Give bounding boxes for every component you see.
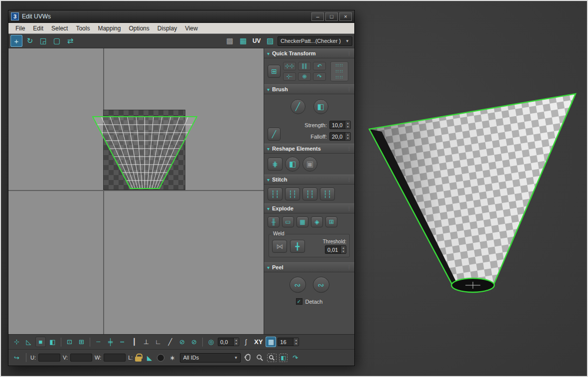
weld-selected-button[interactable]: ⋈: [272, 240, 287, 253]
rotate-angle-spinner[interactable]: 0,0 ▴ ▾: [218, 338, 239, 346]
falloff-value[interactable]: 20,0: [330, 134, 345, 140]
rotate-pivot-icon[interactable]: ◎: [206, 337, 216, 347]
uv-canvas[interactable]: [8, 48, 264, 334]
edge-grow-button[interactable]: ┉: [117, 337, 128, 347]
uv-shape[interactable]: [8, 48, 264, 334]
target-weld-button[interactable]: ╋: [290, 240, 305, 253]
spin-down-icon[interactable]: ▾: [345, 125, 350, 129]
align-bar-button[interactable]: ┃: [129, 337, 140, 347]
flatten-by-group-button[interactable]: ▦: [296, 216, 308, 227]
strength-value[interactable]: 10,0: [330, 122, 345, 128]
w-input[interactable]: [104, 354, 126, 362]
id-filter-dropdown[interactable]: All IDs ▼: [180, 353, 241, 363]
threshold-value[interactable]: 0,01: [325, 247, 340, 253]
detach-edge-verts-button[interactable]: ▭: [282, 216, 294, 227]
relax-until-flat-button[interactable]: ◧: [285, 157, 300, 172]
spin-down-icon[interactable]: ▾: [294, 342, 298, 346]
zoom-to-selection-icon[interactable]: ◧: [279, 354, 287, 362]
align-corner-button[interactable]: ∟: [153, 337, 163, 347]
straighten-selection-button[interactable]: ⋕: [268, 158, 283, 171]
v-input[interactable]: [70, 354, 92, 362]
maximize-button[interactable]: □: [325, 12, 338, 21]
soft-selection-icon[interactable]: ⊹: [11, 337, 22, 347]
center-pivot-button[interactable]: ⊕: [298, 72, 311, 81]
grid-size-value[interactable]: 16: [278, 339, 293, 345]
brush-falloff-button[interactable]: ╱: [268, 128, 281, 141]
align-horizontal-button[interactable]: ⊹⊹: [283, 62, 296, 70]
space-vertical-button[interactable]: ∥∥: [298, 62, 311, 70]
freeze-snowflake-icon[interactable]: ∗: [167, 353, 177, 363]
snap-pixel-button[interactable]: ⊞: [76, 337, 87, 347]
spinner-arrows[interactable]: ▴ ▾: [340, 246, 346, 253]
spin-down-icon[interactable]: ▾: [234, 342, 239, 346]
edge-loop-button[interactable]: ┄: [93, 337, 104, 347]
show-grid-button[interactable]: ▩: [224, 35, 236, 47]
align-vertical-button[interactable]: ⊹·: [283, 72, 296, 81]
align-tool-button[interactable]: ⊞: [268, 65, 281, 78]
strength-spinner[interactable]: 10,0 ▴ ▾: [329, 121, 351, 129]
rollout-brush[interactable]: ▾ Brush ⋮: [264, 84, 354, 94]
scale-tool-button[interactable]: ◲: [37, 35, 49, 47]
paint-select-button[interactable]: ■: [35, 337, 46, 347]
titlebar[interactable]: 3 Edit UVWs – □ ×: [8, 10, 354, 23]
break-button[interactable]: ╫: [268, 216, 280, 227]
menu-options[interactable]: Options: [125, 24, 153, 33]
detach-checkbox[interactable]: ✓: [296, 298, 302, 305]
spin-up-icon[interactable]: ▴: [345, 122, 350, 125]
stitch-custom-button[interactable]: ┆┆: [268, 188, 283, 200]
spinner-arrows[interactable]: ▴ ▾: [345, 133, 350, 140]
snap-grid-button[interactable]: ⊡: [64, 337, 75, 347]
menu-file[interactable]: File: [11, 24, 29, 33]
uv-space-button[interactable]: UV: [251, 35, 263, 47]
circle-constraint-button[interactable]: ⊘: [177, 337, 187, 347]
quick-transform-extra-panel[interactable]: ∷ ∷ ∷ ∷ ∷ ∷: [330, 61, 348, 81]
align-bottom-button[interactable]: ⊥: [141, 337, 151, 347]
stitch-average-button[interactable]: ┆┆: [285, 188, 300, 200]
color-swatch[interactable]: [157, 354, 164, 362]
edge-ring-button[interactable]: ╪: [105, 337, 116, 347]
menu-mapping[interactable]: Mapping: [94, 24, 125, 33]
lock-icon[interactable]: [135, 357, 142, 362]
stitch-source-button[interactable]: ┆┆: [302, 188, 317, 200]
menu-view[interactable]: View: [181, 24, 202, 33]
paint-wedge-icon[interactable]: ◣: [144, 353, 154, 363]
checker-tiling-button[interactable]: ▨: [264, 35, 276, 47]
rotate-ccw-button[interactable]: ↶: [313, 62, 326, 70]
threshold-spinner[interactable]: 0,01 ▴ ▾: [325, 245, 346, 254]
u-input[interactable]: [38, 354, 60, 362]
paint-move-brush-button[interactable]: ╱: [291, 99, 305, 114]
explode-by-ids-button[interactable]: ⊞: [325, 216, 337, 227]
spin-up-icon[interactable]: ▴: [234, 339, 239, 342]
falloff-spinner[interactable]: 20,0 ▴ ▾: [329, 132, 351, 141]
peel-mode-button[interactable]: ∾: [290, 277, 306, 293]
move-tool-button[interactable]: +: [10, 35, 22, 47]
cone-mesh[interactable]: [350, 1, 588, 377]
mini-icon[interactable]: ∷ ∷: [336, 69, 343, 74]
rollout-peel[interactable]: ▾ Peel ⋮: [264, 262, 354, 272]
close-button[interactable]: ×: [339, 12, 352, 21]
spin-down-icon[interactable]: ▾: [345, 137, 350, 140]
rotate-angle-value[interactable]: 0,0: [218, 339, 233, 345]
spin-up-icon[interactable]: ▴: [341, 246, 346, 250]
mirror-tool-button[interactable]: ⇄: [64, 35, 76, 47]
minimize-button[interactable]: –: [311, 12, 324, 21]
menu-select[interactable]: Select: [47, 24, 72, 33]
zoom-icon[interactable]: [255, 354, 265, 362]
spin-up-icon[interactable]: ▴: [345, 133, 350, 137]
uvw-pipe-icon[interactable]: ↪: [11, 353, 22, 363]
curve-mode-icon[interactable]: ∫: [241, 337, 251, 347]
rollout-stitch[interactable]: ▾ Stitch ⋮: [264, 175, 354, 185]
show-map-button[interactable]: ▦: [237, 35, 249, 47]
quick-peel-button[interactable]: ∾: [313, 277, 329, 293]
rollout-quick-transform[interactable]: ▾ Quick Transform ⋮: [264, 48, 354, 58]
select-element-button[interactable]: ◧: [47, 337, 58, 347]
circle-constraint2-button[interactable]: ⊘: [189, 337, 199, 347]
spinner-arrows[interactable]: ▴ ▾: [233, 338, 239, 346]
flatten-by-angle-button[interactable]: ◈: [311, 216, 323, 227]
menu-display[interactable]: Display: [153, 24, 181, 33]
grid-size-spinner[interactable]: 16 ▴ ▾: [278, 338, 299, 346]
draw-edge-button[interactable]: ╱: [165, 337, 175, 347]
zoom-region-icon[interactable]: [267, 354, 277, 362]
spin-up-icon[interactable]: ▴: [294, 339, 298, 342]
select-cursor-icon[interactable]: ◺: [23, 337, 34, 347]
